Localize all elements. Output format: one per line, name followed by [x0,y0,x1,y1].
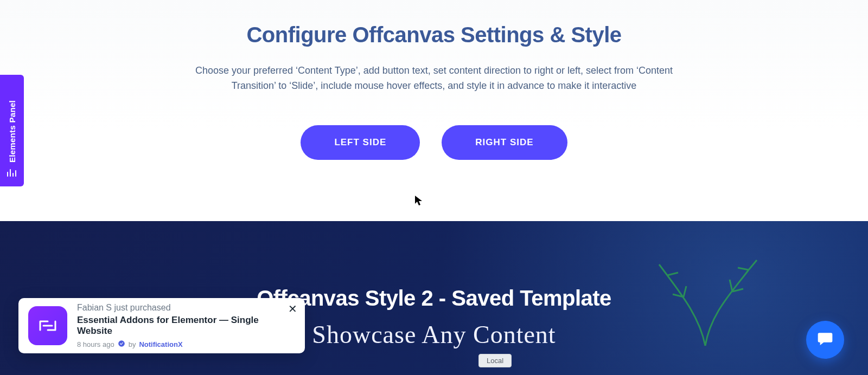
toast-info: Fabian S just purchased Essential Addons… [77,303,295,349]
elements-panel-tab[interactable]: Elements Panel [0,75,24,186]
verified-icon [118,340,125,349]
chat-icon [816,330,834,350]
toast-line1: Fabian S just purchased [77,303,295,313]
svg-point-4 [118,340,125,347]
hero-section: Configure Offcanvas Settings & Style Cho… [0,0,868,221]
left-side-button[interactable]: LEFT SIDE [301,125,420,160]
right-side-button[interactable]: RIGHT SIDE [442,125,567,160]
elements-panel-label: Elements Panel [8,100,17,163]
hero-title: Configure Offcanvas Settings & Style [0,0,868,47]
close-icon: ✕ [288,303,297,315]
toast-by-label: by [129,340,136,348]
toast-time: 8 hours ago [77,340,114,348]
toast-meta: 8 hours ago by NotificationX [77,340,295,349]
chat-fab-button[interactable] [806,321,844,359]
toast-brand: NotificationX [139,340,182,348]
toast-line2: Essential Addons for Elementor — Single … [77,315,295,337]
notification-toast[interactable]: Fabian S just purchased Essential Addons… [18,298,305,353]
local-badge: Local [478,354,512,367]
hero-description: Choose your preferred ‘Content Type’, ad… [184,63,684,94]
toast-logo-icon [28,306,67,345]
hero-button-row: LEFT SIDE RIGHT SIDE [0,125,868,160]
bars-icon [7,169,17,179]
toast-close-button[interactable]: ✕ [288,303,297,314]
